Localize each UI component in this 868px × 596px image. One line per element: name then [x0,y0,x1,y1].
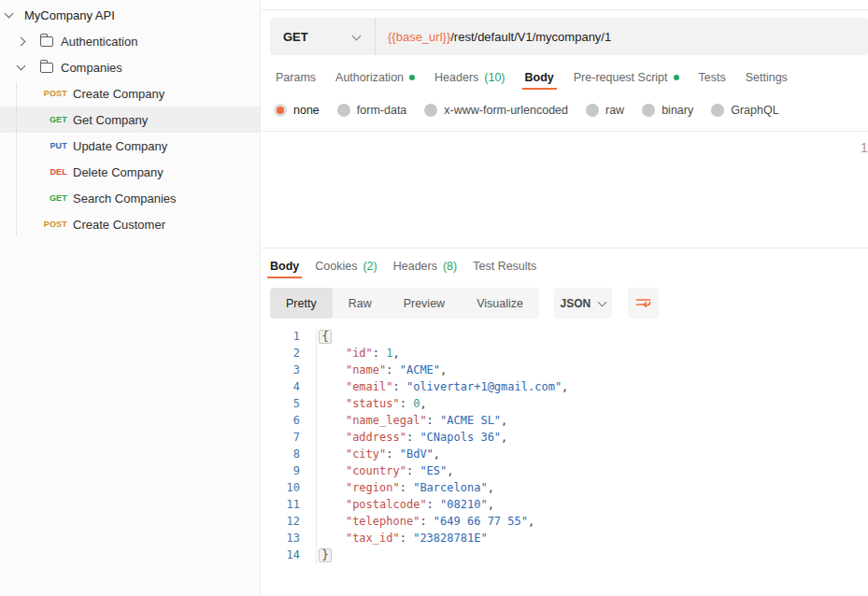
code-token-p [319,414,346,427]
code-token-p [319,397,346,410]
code-token-key: "id" [346,347,373,360]
code-token-key: "city" [346,447,386,461]
tab-tests[interactable]: Tests [699,71,726,84]
body-type-x-www-form-urlencoded[interactable]: x-www-form-urlencoded [424,104,568,117]
line-number: 6 [262,412,317,429]
body-type-form-data[interactable]: form-data [337,104,407,117]
code-token-num: 0 [413,397,420,410]
resp-tab-test-results[interactable]: Test Results [473,260,536,273]
code-token-p: : [386,447,399,461]
url-variable: {{base_url}} [388,30,450,44]
code-line: 10 "region": "Barcelona", [262,479,868,496]
code-line-content: "telephone": "649 66 77 55", [317,515,534,528]
collection-label: MyCompany API [24,8,115,22]
code-token-p: : [420,515,433,528]
tab-body[interactable]: Body [525,71,554,84]
code-token-str: "ACME" [400,363,440,376]
radio-icon[interactable] [424,104,437,117]
resp-tab-cookies[interactable]: Cookies(2) [315,260,377,273]
code-line: 11 "postalcode": "08210", [262,496,868,513]
view-label: Preview [404,297,445,310]
response-body-viewer[interactable]: 1{2 "id": 1,3 "name": "ACME",4 "email": … [262,328,868,563]
code-token-p: : [427,498,440,511]
radio-selected-icon[interactable] [274,104,287,117]
line-number: 3 [262,362,317,378]
tab-headers[interactable]: Headers(10) [434,71,505,84]
code-token-p [319,464,346,477]
fold-marker[interactable]: { [319,330,332,344]
body-type-graphql[interactable]: GraphQL [711,104,778,117]
collection-mycompany-api[interactable]: MyCompany API [0,2,260,28]
code-token-p: , [528,515,534,528]
code-line-content: "tax_id": "23828781E" [317,532,488,545]
code-line-content: "address": "CNapols 36", [317,431,507,444]
radio-icon[interactable] [337,104,350,117]
request-method-badge: DEL [24,167,67,177]
radio-icon[interactable] [586,104,599,117]
method-selector[interactable]: GET [270,18,376,55]
body-type-label: GraphQL [731,104,778,117]
code-line: 7 "address": "CNapols 36", [262,429,868,446]
code-line: 2 "id": 1, [262,345,868,362]
code-token-p: , [440,363,447,376]
code-token-p: : [406,431,420,444]
url-path: /rest/default/V1/mycompany/1 [450,30,611,44]
chevron-down-icon[interactable] [5,9,14,19]
code-token-p: : [400,532,413,545]
response-format-dropdown[interactable]: JSON [554,288,612,319]
url-input[interactable]: {{base_url}}/rest/default/V1/mycompany/1 [376,18,868,55]
code-token-num: 1 [386,347,392,360]
radio-icon[interactable] [711,104,724,117]
tab-settings[interactable]: Settings [746,71,788,84]
body-type-label: form-data [357,104,407,117]
tab-count: (10) [484,71,505,84]
view-raw[interactable]: Raw [333,288,388,319]
body-type-binary[interactable]: binary [642,104,693,117]
code-token-key: "name_legal" [346,414,427,427]
sidebar-request-create-company[interactable]: POSTCreate Company [0,80,260,106]
main-panel: GET {{base_url}}/rest/default/V1/mycompa… [262,0,868,596]
view-visualize[interactable]: Visualize [461,288,539,319]
body-type-none[interactable]: none [274,104,320,117]
response-tabs: BodyCookies(2)Headers(8)Test Results [270,255,536,277]
tab-authorization[interactable]: Authorization [335,71,415,84]
body-type-raw[interactable]: raw [586,104,624,117]
code-line-content: "name_legal": "ACME SL", [317,414,507,427]
body-type-label: raw [605,104,624,117]
radio-icon[interactable] [642,104,655,117]
resp-tab-label: Test Results [473,260,536,273]
sidebar-request-create-customer[interactable]: POSTCreate Customer [0,211,260,237]
code-token-key: "region" [346,481,400,494]
resp-tab-label: Body [270,260,299,273]
chevron-down-icon[interactable] [17,62,26,71]
code-line-content: "email": "olivertar+1@gmail.com", [317,380,568,393]
tab-params[interactable]: Params [276,71,316,84]
sidebar-folder-companies[interactable]: Companies [0,54,260,80]
tab-pre-request-script[interactable]: Pre-request Script [574,71,679,84]
sidebar-request-search-companies[interactable]: GETSearch Companies [0,185,260,211]
sidebar-request-update-company[interactable]: PUTUpdate Company [0,133,260,159]
line-number: 1 [262,328,317,345]
sidebar-folder-authentication[interactable]: Authentication [0,28,260,54]
code-line: 4 "email": "olivertar+1@gmail.com", [262,378,868,395]
wrap-text-icon [635,297,651,310]
view-pretty[interactable]: Pretty [270,288,333,319]
wrap-text-button[interactable] [628,288,659,319]
fold-marker[interactable]: } [319,548,332,562]
resp-tab-headers[interactable]: Headers(8) [393,260,458,273]
code-token-p: : [386,363,399,376]
sidebar-request-get-company[interactable]: GETGet Company [0,106,260,133]
line-number: 10 [262,479,317,496]
resp-tab-body[interactable]: Body [270,260,299,273]
chevron-right-icon[interactable] [17,36,26,46]
sidebar-request-delete-company[interactable]: DELDelete Company [0,159,260,185]
code-token-str: "ACME SL" [440,414,501,427]
green-status-dot [674,75,679,80]
code-token-key: "name" [346,363,386,376]
method-selected-value: GET [283,30,308,44]
response-view-switcher: PrettyRawPreviewVisualize [270,288,539,319]
line-number: 7 [262,429,317,446]
code-token-p [319,532,346,545]
body-type-label: none [293,104,320,117]
view-preview[interactable]: Preview [388,288,461,319]
